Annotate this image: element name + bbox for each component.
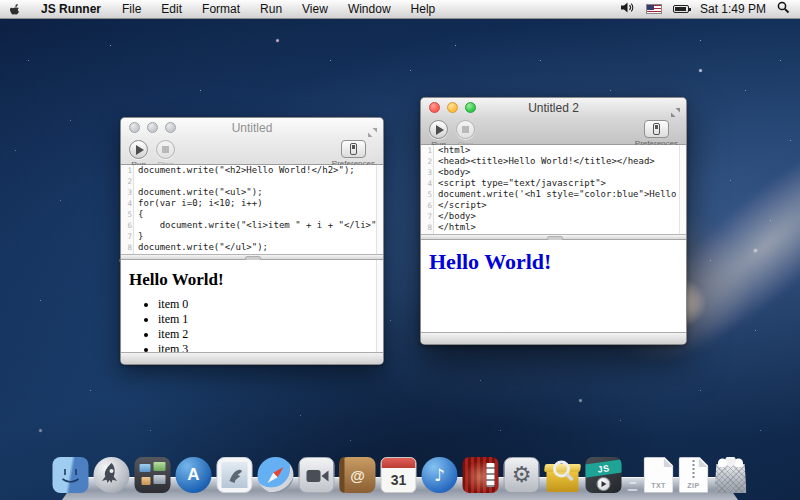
close-button[interactable] (129, 122, 140, 133)
scrollbar-track[interactable] (376, 165, 383, 254)
menu-item-format[interactable]: Format (192, 0, 250, 19)
apple-menu[interactable] (0, 3, 30, 16)
output-list-item: item 0 (158, 297, 383, 312)
window-untitled-2: Untitled 2 Run Stop Preferences 1<html> … (420, 97, 687, 345)
code-line: for(var i=0; i<10; i++) (134, 198, 263, 209)
play-icon (136, 145, 144, 155)
code-line: } (134, 231, 143, 242)
itunes-icon[interactable]: ♪ (422, 457, 458, 493)
code-line: </script> (434, 200, 487, 211)
output-pane: Hello World! item 0 item 1 item 2 item 3… (121, 260, 383, 352)
stop-icon (462, 126, 469, 133)
desktop: JS Runner File Edit Format Run View Wind… (0, 0, 800, 500)
code-line: <body> (434, 167, 471, 178)
code-line: document.write("<li>item " + i + "</li>"… (134, 220, 383, 231)
code-line: document.write("<ul>"); (134, 187, 263, 198)
output-list-item: item 3 (158, 342, 383, 352)
code-line: { (134, 209, 143, 220)
code-line: document.write("<h2>Hello World!</h2>"); (134, 165, 355, 176)
app-store-icon[interactable]: A (176, 457, 212, 493)
preferences-button[interactable]: Preferences (635, 120, 678, 148)
code-editor[interactable]: 1document.write("<h2>Hello World!</h2>")… (121, 165, 383, 254)
close-button[interactable] (429, 102, 440, 113)
stop-icon (162, 146, 169, 153)
apple-icon (10, 3, 21, 16)
menu-bar: JS Runner File Edit Format Run View Wind… (0, 0, 800, 19)
zoom-button[interactable] (165, 122, 176, 133)
ical-icon[interactable]: 31 (381, 457, 417, 493)
toggle-switch-icon (653, 123, 660, 135)
js-runner-icon[interactable]: JS (586, 457, 622, 493)
output-list-item: item 2 (158, 327, 383, 342)
output-heading: Hello World! (429, 249, 686, 275)
txt-document-icon[interactable]: TXT (644, 457, 674, 493)
menu-item-file[interactable]: File (112, 0, 151, 19)
mission-control-icon[interactable] (135, 457, 171, 493)
scrollbar-track[interactable] (679, 145, 686, 234)
battery-icon[interactable] (673, 5, 689, 13)
play-icon (597, 477, 611, 491)
code-editor[interactable]: 1<html> 2<head><title>Hello World!</titl… (421, 145, 686, 234)
spotlight-icon[interactable] (777, 1, 790, 17)
window-untitled: Untitled Run Stop Preferences 1document.… (120, 117, 384, 365)
minimize-button[interactable] (147, 122, 158, 133)
photo-booth-icon[interactable] (463, 457, 499, 493)
window-bottom-bar (121, 352, 383, 364)
code-line: <html> (434, 145, 471, 156)
window-bottom-bar (421, 332, 686, 344)
titlebar[interactable]: Untitled (121, 118, 383, 138)
code-line: </html> (434, 222, 476, 233)
menu-item-app[interactable]: JS Runner (30, 0, 112, 19)
preferences-button[interactable]: Preferences (332, 140, 375, 168)
code-line (134, 176, 138, 187)
zoom-button[interactable] (465, 102, 476, 113)
scrollbar-track[interactable] (376, 260, 383, 352)
output-heading: Hello World! (129, 270, 383, 290)
output-list: item 0 item 1 item 2 item 3 item 4 item … (121, 297, 383, 352)
play-icon (436, 125, 444, 135)
menu-item-window[interactable]: Window (338, 0, 401, 19)
toggle-switch-icon (350, 143, 357, 155)
minimize-button[interactable] (447, 102, 458, 113)
code-line: document.write("</ul>"); (134, 242, 268, 253)
dock: A @ 31 ♪ ⚙ JS (0, 444, 800, 500)
code-line: document.write('<h1 style="color:blue">H… (434, 189, 686, 200)
package-search-icon[interactable] (545, 457, 581, 493)
facetime-icon[interactable] (299, 457, 335, 493)
output-pane: Hello World! (421, 240, 686, 332)
code-line: <script type="text/javascript"> (434, 178, 606, 189)
system-preferences-icon[interactable]: ⚙ (504, 457, 540, 493)
mail-icon[interactable] (217, 457, 253, 493)
toolbar: Run Stop Preferences (421, 118, 686, 145)
menu-item-help[interactable]: Help (401, 0, 446, 19)
window-title: Untitled 2 (528, 101, 579, 115)
menu-item-edit[interactable]: Edit (151, 0, 192, 19)
trash-icon[interactable] (714, 457, 748, 493)
zip-document-icon[interactable]: ZIP (679, 457, 709, 493)
safari-icon[interactable] (258, 457, 294, 493)
menu-item-view[interactable]: View (292, 0, 338, 19)
toolbar: Run Stop Preferences (121, 138, 383, 165)
code-line: </body> (434, 211, 476, 222)
volume-icon[interactable] (621, 2, 635, 16)
output-list-item: item 1 (158, 312, 383, 327)
menu-item-run[interactable]: Run (250, 0, 292, 19)
menu-clock[interactable]: Sat 1:49 PM (700, 2, 766, 16)
address-book-icon[interactable]: @ (340, 457, 376, 493)
titlebar[interactable]: Untitled 2 (421, 98, 686, 118)
launchpad-icon[interactable] (94, 457, 130, 493)
code-line: <head><title>Hello World!</title></head> (434, 156, 655, 167)
dock-separator (627, 463, 639, 493)
finder-icon[interactable] (53, 457, 89, 493)
input-language-flag-icon[interactable] (646, 4, 662, 14)
window-title: Untitled (232, 121, 273, 135)
